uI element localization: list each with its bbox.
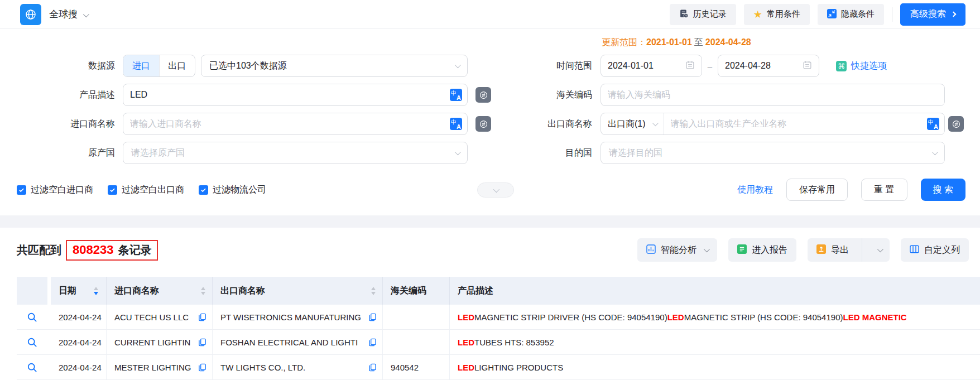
export-icon xyxy=(816,244,826,256)
favorite-conditions-button[interactable]: ★ 常用条件 xyxy=(744,4,810,25)
search-button[interactable]: 搜 索 xyxy=(921,179,965,201)
product-desc-label: 产品描述 xyxy=(0,89,123,101)
translate-icon[interactable]: 中A xyxy=(927,118,939,130)
copy-icon[interactable] xyxy=(368,338,377,347)
result-count: 共匹配到 808233 条记录 xyxy=(17,240,158,261)
export-button[interactable]: 导出 xyxy=(808,238,857,262)
row-search-icon[interactable] xyxy=(27,362,37,373)
translate-icon[interactable]: 中A xyxy=(450,118,462,130)
quick-options-link[interactable]: ⌘ 快捷选项 xyxy=(836,60,887,72)
collapse-icon xyxy=(827,9,837,20)
history-icon xyxy=(679,9,689,20)
collapse-form-toggle[interactable] xyxy=(477,182,514,198)
translate-icon[interactable]: 中A xyxy=(450,89,462,101)
exporter-label: 出口商名称 xyxy=(499,118,601,130)
smart-analysis-button[interactable]: 智能分析 xyxy=(637,238,717,262)
chart-icon xyxy=(646,244,656,256)
product-desc-cell: LED TUBES HTS: 853952 xyxy=(450,330,980,354)
update-range-text: 更新范围：2021-01-01至2024-04-28 xyxy=(602,37,751,49)
sort-icons[interactable] xyxy=(371,287,376,295)
app-title: 全球搜 xyxy=(49,8,78,21)
chevron-down-icon xyxy=(455,149,461,155)
table-row: 2024-04-24 CURRENT LIGHTIN FOSHAN ELECTR… xyxy=(17,330,980,355)
hs-code-label: 海关编码 xyxy=(499,89,601,101)
filter-blank-exporter-checkbox[interactable]: 过滤空白出口商 xyxy=(108,184,184,196)
column-header-date[interactable]: 日期 xyxy=(51,277,107,305)
toggle-import[interactable]: 进口 xyxy=(123,55,159,76)
filter-logistics-checkbox[interactable]: 过滤物流公司 xyxy=(199,184,266,196)
importer-cell: MESTER LIGHTING xyxy=(107,355,213,379)
dest-country-select[interactable]: 请选择目的国 xyxy=(601,142,945,164)
results-section: 共匹配到 808233 条记录 智能分析 进入报告 xyxy=(0,237,980,380)
save-common-button[interactable]: 保存常用 xyxy=(786,179,848,201)
exporter-cell: PT WISETRONICS MANUFATURING xyxy=(213,305,383,329)
export-button-group: 导出 xyxy=(808,238,890,262)
tutorial-link[interactable]: 使用教程 xyxy=(737,184,773,196)
date-cell: 2024-04-24 xyxy=(51,330,107,354)
exclude-synonym-icon[interactable] xyxy=(475,87,491,103)
report-icon xyxy=(737,244,747,256)
importer-input[interactable] xyxy=(123,113,450,134)
divider xyxy=(892,7,892,22)
result-count-highlight-box: 808233 条记录 xyxy=(66,240,158,261)
results-table: 日期 进口商名称 出口商名称 海关编码 产品描述 xyxy=(17,277,980,380)
product-desc-cell: LED LIGHTING PRODUCTS xyxy=(450,355,980,379)
hs-code-cell: 940542 xyxy=(383,355,450,379)
dest-country-label: 目的国 xyxy=(499,147,601,159)
importer-cell: CURRENT LIGHTIN xyxy=(107,330,213,354)
app-switcher-chevron-down-icon[interactable] xyxy=(83,9,88,20)
checkbox-checked-icon xyxy=(17,185,26,195)
start-date-input[interactable]: 2024-01-01 xyxy=(601,55,702,77)
hs-code-cell xyxy=(383,330,450,354)
column-header-hs-code: 海关编码 xyxy=(383,277,450,305)
column-header-importer[interactable]: 进口商名称 xyxy=(107,277,213,305)
exporter-type-select[interactable]: 出口商(1) xyxy=(601,113,664,134)
exporter-input[interactable] xyxy=(664,113,927,134)
reset-button[interactable]: 重 置 xyxy=(861,179,907,201)
toggle-export[interactable]: 出口 xyxy=(160,55,195,76)
sort-icons[interactable] xyxy=(201,287,205,295)
date-cell: 2024-04-24 xyxy=(51,355,107,379)
filter-blank-importer-checkbox[interactable]: 过滤空白进口商 xyxy=(17,184,93,196)
import-export-toggle: 进口 出口 xyxy=(123,55,195,77)
export-dropdown-toggle[interactable] xyxy=(867,238,890,262)
search-form: 更新范围：2021-01-01至2024-04-28 数据源 进口 出口 已选中… xyxy=(0,29,980,201)
data-source-select[interactable]: 已选中103个数据源 xyxy=(201,55,468,77)
copy-icon[interactable] xyxy=(198,338,206,347)
topbar: 全球搜 历史记录 ★ 常用条件 隐藏条件 高级搜索 xyxy=(0,0,980,29)
column-header-exporter[interactable]: 出口商名称 xyxy=(213,277,383,305)
product-desc-cell: LED MAGNETIC STRIP DRIVER (HS CODE: 9405… xyxy=(450,305,980,329)
copy-icon[interactable] xyxy=(368,313,377,321)
column-header-product-desc: 产品描述 xyxy=(450,277,980,305)
sort-icons[interactable] xyxy=(94,287,98,295)
section-divider-band xyxy=(0,215,980,228)
custom-columns-button[interactable]: 自定义列 xyxy=(901,238,969,262)
divider xyxy=(862,238,862,262)
chevron-down-icon xyxy=(704,246,710,252)
enter-report-button[interactable]: 进入报告 xyxy=(728,238,796,262)
row-search-icon[interactable] xyxy=(27,312,37,323)
exclude-synonym-icon[interactable] xyxy=(948,116,964,132)
table-header: 日期 进口商名称 出口商名称 海关编码 产品描述 xyxy=(17,277,980,305)
result-count-number: 808233 xyxy=(73,243,113,257)
advanced-search-button[interactable]: 高级搜索 xyxy=(900,3,965,26)
chevron-down-icon xyxy=(652,120,658,126)
table-body: 2024-04-24 ACU TECH US LLC PT WISETRONIC… xyxy=(17,305,980,380)
hs-code-input[interactable] xyxy=(601,84,944,105)
chevron-down-icon xyxy=(455,62,461,68)
copy-icon[interactable] xyxy=(198,313,206,321)
hide-conditions-button[interactable]: 隐藏条件 xyxy=(818,4,884,25)
command-icon: ⌘ xyxy=(836,61,847,71)
exclude-synonym-icon[interactable] xyxy=(475,116,491,132)
row-search-icon[interactable] xyxy=(27,337,37,348)
product-desc-input[interactable] xyxy=(123,84,450,105)
checkbox-checked-icon xyxy=(108,185,117,195)
importer-cell: ACU TECH US LLC xyxy=(107,305,213,329)
copy-icon[interactable] xyxy=(198,363,206,372)
copy-icon[interactable] xyxy=(368,363,377,372)
history-button[interactable]: 历史记录 xyxy=(670,4,736,25)
origin-country-select[interactable]: 请选择原产国 xyxy=(123,142,468,164)
date-range-dash: – xyxy=(702,61,718,71)
end-date-input[interactable]: 2024-04-28 xyxy=(718,55,819,77)
hs-code-cell xyxy=(383,305,450,329)
